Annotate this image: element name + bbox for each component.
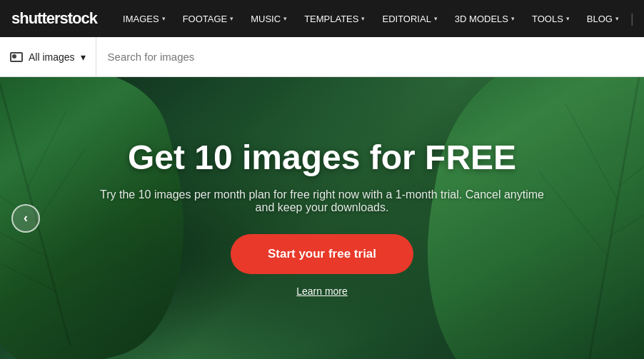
chevron-down-icon: ▾ (434, 15, 438, 22)
chevron-down-icon: ▾ (81, 51, 86, 63)
nav-item-language[interactable]: EN (637, 0, 644, 37)
brand-logo[interactable]: shutterstock (11, 9, 97, 28)
chevron-down-icon: ▾ (615, 15, 619, 22)
chevron-down-icon: ▾ (361, 15, 365, 22)
chevron-down-icon: ▾ (511, 15, 515, 22)
chevron-down-icon: ▾ (566, 15, 570, 22)
nav-item-footage[interactable]: FOOTAGE ▾ (174, 0, 243, 37)
image-icon (10, 52, 23, 62)
nav-item-editorial[interactable]: EDITORIAL ▾ (373, 0, 446, 37)
nav-item-templates[interactable]: TEMPLATES ▾ (296, 0, 373, 37)
hero-section: Get 10 images for FREE Try the 10 images… (0, 77, 644, 359)
search-bar: All images ▾ (0, 37, 644, 77)
nav-item-blog[interactable]: BLOG ▾ (578, 0, 628, 37)
learn-more-link[interactable]: Learn more (296, 285, 348, 297)
hero-title: Get 10 images for FREE (128, 139, 516, 177)
carousel-prev-button[interactable]: ‹ (11, 204, 40, 233)
nav-links: IMAGES ▾ FOOTAGE ▾ MUSIC ▾ TEMPLATES ▾ E… (114, 0, 644, 37)
hero-subtitle: Try the 10 images per month plan for fre… (90, 188, 554, 214)
chevron-down-icon: ▾ (230, 15, 233, 22)
search-input[interactable] (96, 37, 644, 76)
chevron-down-icon: ▾ (162, 15, 166, 22)
nav-divider: | (628, 11, 637, 26)
search-category-dropdown[interactable]: All images ▾ (0, 37, 96, 76)
search-category-label: All images (29, 51, 75, 63)
navbar: shutterstock IMAGES ▾ FOOTAGE ▾ MUSIC ▾ … (0, 0, 644, 37)
hero-content: Get 10 images for FREE Try the 10 images… (0, 77, 644, 359)
start-free-trial-button[interactable]: Start your free trial (231, 234, 413, 274)
chevron-down-icon: ▾ (283, 15, 287, 22)
nav-item-tools[interactable]: TOOLS ▾ (523, 0, 578, 37)
nav-item-3d-models[interactable]: 3D MODELS ▾ (446, 0, 523, 37)
nav-item-music[interactable]: MUSIC ▾ (242, 0, 296, 37)
nav-item-images[interactable]: IMAGES ▾ (114, 0, 174, 37)
